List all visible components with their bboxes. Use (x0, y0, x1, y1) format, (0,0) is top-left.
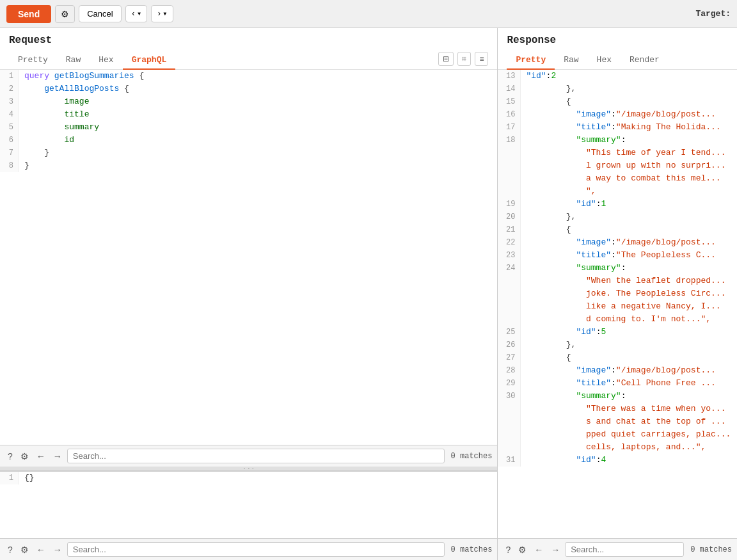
var-search-next-button[interactable]: → (51, 543, 65, 556)
response-line: s and chat at the top of ... (498, 415, 737, 428)
response-line: 28 "image":"/image/blog/post... (498, 364, 737, 377)
next-dropdown-icon: ▾ (162, 9, 167, 19)
settings-small-button[interactable]: ⚙ (18, 450, 31, 463)
response-line: 15 { (498, 95, 737, 108)
help-button[interactable]: ? (5, 450, 15, 463)
cancel-button[interactable]: Cancel (79, 5, 121, 22)
response-line: 19 "id":1 (498, 198, 737, 211)
nav-prev-group[interactable]: ‹ ▾ (125, 5, 147, 22)
response-line: 31 "id":4 (498, 454, 737, 467)
hamburger-icon-button[interactable]: ≡ (475, 52, 488, 66)
var-help-button[interactable]: ? (5, 543, 15, 556)
tab-pretty-request[interactable]: Pretty (9, 51, 57, 70)
resp-search-next-button[interactable]: → (548, 543, 562, 556)
response-line: 14 }, (498, 83, 737, 95)
response-matches-count: 0 matches (686, 545, 732, 554)
response-line: 29 "title":"Cell Phone Free ... (498, 377, 737, 390)
variables-search-input[interactable] (67, 542, 445, 557)
code-line: 6 id (0, 134, 497, 147)
code-line: 2 getAllBlogPosts { (0, 83, 497, 95)
code-line: 7 } (0, 147, 497, 159)
variables-code-area[interactable]: 1 {} (0, 472, 497, 538)
response-line: ", (498, 185, 737, 198)
response-line: l grown up with no surpri... (498, 159, 737, 172)
response-line: 20 }, (498, 211, 737, 223)
target-label: Target: (695, 9, 731, 19)
response-search-bar: ? ⚙ ← → 0 matches (498, 538, 737, 560)
code-line: 1 query getBlogSummaries { (0, 70, 497, 83)
request-search-bar: ? ⚙ ← → 0 matches (0, 445, 497, 467)
request-tab-bar: Pretty Raw Hex GraphQL ⊟ ⌗ ≡ (9, 51, 488, 69)
var-settings-button[interactable]: ⚙ (18, 543, 31, 556)
request-panel: Request Pretty Raw Hex GraphQL ⊟ ⌗ ≡ 1 q… (0, 28, 498, 560)
response-line: 25 "id":5 (498, 326, 737, 339)
code-line: 5 summary (0, 121, 497, 134)
code-line: 4 title (0, 108, 497, 121)
response-header: Response Pretty Raw Hex Render (498, 28, 737, 70)
tab-render-response[interactable]: Render (621, 51, 669, 70)
tab-pretty-response[interactable]: Pretty (507, 51, 555, 70)
code-line: 3 image (0, 95, 497, 108)
tab-graphql-request[interactable]: GraphQL (123, 51, 176, 70)
code-line: 1 {} (0, 472, 497, 484)
response-line: "When the leaflet dropped... (498, 275, 737, 287)
variables-panel: 1 {} ? ⚙ ← → 0 matches (0, 470, 497, 560)
bracket-icon-button[interactable]: ⌗ (457, 52, 471, 66)
request-search-input[interactable] (67, 449, 445, 463)
prev-nav-icon: ‹ (131, 10, 136, 19)
response-line: 30 "summary": (498, 390, 737, 403)
tab-raw-request[interactable]: Raw (57, 51, 90, 70)
response-tab-bar: Pretty Raw Hex Render (507, 51, 728, 69)
response-line: like a negative Nancy, I... (498, 300, 737, 313)
variables-matches-count: 0 matches (447, 545, 493, 554)
response-line: 21 { (498, 223, 737, 236)
search-next-button[interactable]: → (51, 450, 65, 463)
request-code-area[interactable]: 1 query getBlogSummaries { 2 getAllBlogP… (0, 70, 497, 445)
response-line: 18 "summary": (498, 134, 737, 147)
response-line: pped quiet carriages, plac... (498, 428, 737, 441)
request-title: Request (9, 35, 488, 46)
response-title: Response (507, 35, 728, 46)
resp-settings-button[interactable]: ⚙ (516, 543, 529, 556)
response-line: "This time of year I tend... (498, 147, 737, 159)
response-line: 27 { (498, 351, 737, 364)
response-line: 17 "title":"Making The Holida... (498, 121, 737, 134)
response-line: 13 "id":2 (498, 70, 737, 83)
settings-button[interactable]: ⚙ (55, 5, 75, 23)
main-split: Request Pretty Raw Hex GraphQL ⊟ ⌗ ≡ 1 q… (0, 28, 737, 560)
request-header: Request Pretty Raw Hex GraphQL ⊟ ⌗ ≡ (0, 28, 497, 70)
response-code-area[interactable]: 13 "id":2 14 }, 15 { 16 "image":"/image/… (498, 70, 737, 538)
nav-next-group[interactable]: › ▾ (151, 5, 173, 22)
response-line: 22 "image":"/image/blog/post... (498, 236, 737, 249)
resp-help-button[interactable]: ? (503, 543, 513, 556)
request-matches-count: 0 matches (447, 452, 493, 461)
request-tab-icons: ⊟ ⌗ ≡ (438, 52, 488, 68)
var-search-prev-button[interactable]: ← (34, 543, 48, 556)
search-prev-button[interactable]: ← (34, 450, 48, 463)
response-line: 26 }, (498, 339, 737, 351)
response-line: a way to combat this mel... (498, 172, 737, 185)
response-search-input[interactable] (565, 542, 684, 557)
variables-search-bar: ? ⚙ ← → 0 matches (0, 538, 497, 560)
response-line: 24 "summary": (498, 262, 737, 275)
tab-hex-response[interactable]: Hex (588, 51, 621, 70)
resp-search-prev-button[interactable]: ← (532, 543, 546, 556)
send-button[interactable]: Send (6, 5, 51, 23)
response-line: "There was a time when yo... (498, 403, 737, 415)
next-nav-icon: › (157, 10, 161, 19)
response-line: d coming to. I'm not...", (498, 313, 737, 326)
code-line: 8 } (0, 159, 497, 172)
response-line: 23 "title":"The Peopleless C... (498, 249, 737, 262)
toolbar: Send ⚙ Cancel ‹ ▾ › ▾ Target: (0, 0, 737, 28)
format-icon-button[interactable]: ⊟ (438, 52, 454, 66)
tab-raw-response[interactable]: Raw (555, 51, 587, 70)
response-line: cells, laptops, and...", (498, 441, 737, 454)
response-line: 16 "image":"/image/blog/post... (498, 108, 737, 121)
response-panel: Response Pretty Raw Hex Render 13 "id":2… (498, 28, 737, 560)
prev-dropdown-icon: ▾ (137, 9, 141, 19)
response-line: joke. The Peopleless Circ... (498, 287, 737, 300)
tab-hex-request[interactable]: Hex (90, 51, 122, 70)
